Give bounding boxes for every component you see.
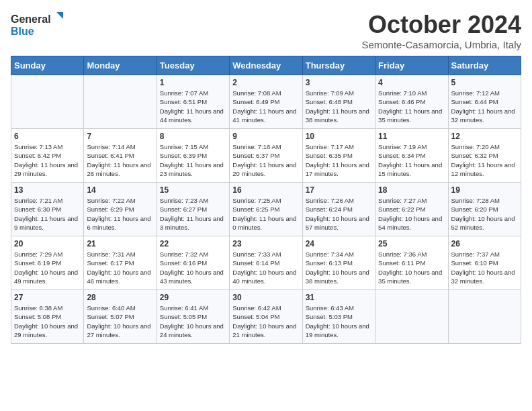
cell-sunrise: Sunrise: 7:23 AMSunset: 6:27 PMDaylight:… xyxy=(160,196,226,232)
cell-sunrise: Sunrise: 7:10 AMSunset: 6:46 PMDaylight:… xyxy=(378,89,445,124)
cell-sunrise: Sunrise: 6:42 AMSunset: 5:04 PMDaylight:… xyxy=(232,304,299,339)
day-number: 6 xyxy=(14,132,81,141)
cell-sunrise: Sunrise: 7:32 AMSunset: 6:16 PMDaylight:… xyxy=(160,250,226,285)
day-number: 16 xyxy=(232,185,299,195)
cell-sunrise: Sunrise: 7:20 AMSunset: 6:32 PMDaylight:… xyxy=(451,142,518,178)
day-number: 21 xyxy=(87,239,153,248)
calendar-cell xyxy=(375,290,448,344)
cell-sunrise: Sunrise: 7:16 AMSunset: 6:37 PMDaylight:… xyxy=(232,142,299,178)
cell-sunrise: Sunrise: 7:27 AMSunset: 6:22 PMDaylight:… xyxy=(378,196,445,232)
day-number: 13 xyxy=(14,185,81,195)
cell-sunrise: Sunrise: 6:40 AMSunset: 5:07 PMDaylight:… xyxy=(87,304,153,339)
svg-text:Blue: Blue xyxy=(11,26,34,37)
day-number: 1 xyxy=(160,78,226,87)
cell-sunrise: Sunrise: 6:43 AMSunset: 5:03 PMDaylight:… xyxy=(306,304,372,339)
svg-text:General: General xyxy=(11,13,51,25)
cell-sunrise: Sunrise: 7:19 AMSunset: 6:34 PMDaylight:… xyxy=(378,142,445,178)
day-number: 29 xyxy=(160,293,226,302)
day-number: 28 xyxy=(87,293,153,302)
day-number: 3 xyxy=(306,78,372,87)
calendar-cell: 4Sunrise: 7:10 AMSunset: 6:46 PMDaylight… xyxy=(375,75,448,129)
week-row-2: 6Sunrise: 7:13 AMSunset: 6:42 PMDaylight… xyxy=(11,129,521,183)
svg-marker-2 xyxy=(56,12,63,19)
calendar-cell xyxy=(11,75,84,129)
col-header-tuesday: Tuesday xyxy=(157,56,229,75)
day-number: 20 xyxy=(14,239,81,248)
cell-sunrise: Sunrise: 7:37 AMSunset: 6:10 PMDaylight:… xyxy=(451,250,518,285)
cell-sunrise: Sunrise: 7:25 AMSunset: 6:25 PMDaylight:… xyxy=(232,196,299,232)
week-row-5: 27Sunrise: 6:38 AMSunset: 5:08 PMDayligh… xyxy=(11,290,521,344)
week-row-3: 13Sunrise: 7:21 AMSunset: 6:30 PMDayligh… xyxy=(11,183,521,236)
calendar-cell: 25Sunrise: 7:36 AMSunset: 6:11 PMDayligh… xyxy=(375,236,448,290)
calendar-cell: 9Sunrise: 7:16 AMSunset: 6:37 PMDaylight… xyxy=(230,129,302,183)
col-header-wednesday: Wednesday xyxy=(230,56,302,75)
cell-sunrise: Sunrise: 7:12 AMSunset: 6:44 PMDaylight:… xyxy=(451,89,518,124)
week-row-4: 20Sunrise: 7:29 AMSunset: 6:19 PMDayligh… xyxy=(11,236,521,290)
day-number: 19 xyxy=(451,185,518,195)
day-number: 11 xyxy=(378,132,445,141)
day-number: 24 xyxy=(306,239,372,248)
calendar-cell: 28Sunrise: 6:40 AMSunset: 5:07 PMDayligh… xyxy=(84,290,157,344)
calendar-cell xyxy=(448,290,521,344)
col-header-saturday: Saturday xyxy=(448,56,521,75)
cell-sunrise: Sunrise: 7:28 AMSunset: 6:20 PMDaylight:… xyxy=(451,196,518,232)
calendar-cell: 20Sunrise: 7:29 AMSunset: 6:19 PMDayligh… xyxy=(11,236,84,290)
day-number: 30 xyxy=(232,293,299,302)
cell-sunrise: Sunrise: 7:09 AMSunset: 6:48 PMDaylight:… xyxy=(306,89,372,124)
day-number: 31 xyxy=(306,293,372,302)
cell-sunrise: Sunrise: 7:08 AMSunset: 6:49 PMDaylight:… xyxy=(232,89,299,124)
calendar-cell: 5Sunrise: 7:12 AMSunset: 6:44 PMDaylight… xyxy=(448,75,521,129)
calendar-cell: 30Sunrise: 6:42 AMSunset: 5:04 PMDayligh… xyxy=(230,290,302,344)
day-number: 9 xyxy=(232,132,299,141)
calendar-cell: 11Sunrise: 7:19 AMSunset: 6:34 PMDayligh… xyxy=(375,129,448,183)
title-block: October 2024 Semonte-Casamorcia, Umbria,… xyxy=(361,11,521,50)
cell-sunrise: Sunrise: 7:33 AMSunset: 6:14 PMDaylight:… xyxy=(232,250,299,285)
cell-sunrise: Sunrise: 7:26 AMSunset: 6:24 PMDaylight:… xyxy=(306,196,372,232)
calendar-cell: 16Sunrise: 7:25 AMSunset: 6:25 PMDayligh… xyxy=(230,183,302,236)
cell-sunrise: Sunrise: 7:13 AMSunset: 6:42 PMDaylight:… xyxy=(14,142,81,178)
calendar-cell xyxy=(84,75,157,129)
cell-sunrise: Sunrise: 7:15 AMSunset: 6:39 PMDaylight:… xyxy=(160,142,226,178)
day-number: 14 xyxy=(87,185,153,195)
day-number: 23 xyxy=(232,239,299,248)
day-number: 7 xyxy=(87,132,153,141)
calendar-cell: 22Sunrise: 7:32 AMSunset: 6:16 PMDayligh… xyxy=(157,236,229,290)
calendar-table: SundayMondayTuesdayWednesdayThursdayFrid… xyxy=(11,56,521,344)
calendar-cell: 26Sunrise: 7:37 AMSunset: 6:10 PMDayligh… xyxy=(448,236,521,290)
cell-sunrise: Sunrise: 7:34 AMSunset: 6:13 PMDaylight:… xyxy=(306,250,372,285)
col-header-thursday: Thursday xyxy=(302,56,375,75)
calendar-cell: 19Sunrise: 7:28 AMSunset: 6:20 PMDayligh… xyxy=(448,183,521,236)
calendar-cell: 2Sunrise: 7:08 AMSunset: 6:49 PMDaylight… xyxy=(230,75,302,129)
calendar-cell: 1Sunrise: 7:07 AMSunset: 6:51 PMDaylight… xyxy=(157,75,229,129)
day-number: 4 xyxy=(378,78,445,87)
calendar-cell: 17Sunrise: 7:26 AMSunset: 6:24 PMDayligh… xyxy=(302,183,375,236)
logo-svg: General Blue xyxy=(11,11,64,40)
day-number: 22 xyxy=(160,239,226,248)
day-number: 26 xyxy=(451,239,518,248)
cell-sunrise: Sunrise: 7:29 AMSunset: 6:19 PMDaylight:… xyxy=(14,250,81,285)
col-header-monday: Monday xyxy=(84,56,157,75)
day-number: 27 xyxy=(14,293,81,302)
calendar-cell: 27Sunrise: 6:38 AMSunset: 5:08 PMDayligh… xyxy=(11,290,84,344)
calendar-cell: 13Sunrise: 7:21 AMSunset: 6:30 PMDayligh… xyxy=(11,183,84,236)
calendar-cell: 8Sunrise: 7:15 AMSunset: 6:39 PMDaylight… xyxy=(157,129,229,183)
day-number: 18 xyxy=(378,185,445,195)
calendar-cell: 21Sunrise: 7:31 AMSunset: 6:17 PMDayligh… xyxy=(84,236,157,290)
calendar-cell: 6Sunrise: 7:13 AMSunset: 6:42 PMDaylight… xyxy=(11,129,84,183)
calendar-cell: 15Sunrise: 7:23 AMSunset: 6:27 PMDayligh… xyxy=(157,183,229,236)
calendar-cell: 3Sunrise: 7:09 AMSunset: 6:48 PMDaylight… xyxy=(302,75,375,129)
day-number: 17 xyxy=(306,185,372,195)
day-number: 15 xyxy=(160,185,226,195)
day-number: 10 xyxy=(306,132,372,141)
logo: General Blue xyxy=(11,11,64,40)
cell-sunrise: Sunrise: 7:17 AMSunset: 6:35 PMDaylight:… xyxy=(306,142,372,178)
day-number: 8 xyxy=(160,132,226,141)
cell-sunrise: Sunrise: 7:07 AMSunset: 6:51 PMDaylight:… xyxy=(160,89,226,124)
cell-sunrise: Sunrise: 6:41 AMSunset: 5:05 PMDaylight:… xyxy=(160,304,226,339)
cell-sunrise: Sunrise: 7:21 AMSunset: 6:30 PMDaylight:… xyxy=(14,196,81,232)
calendar-cell: 10Sunrise: 7:17 AMSunset: 6:35 PMDayligh… xyxy=(302,129,375,183)
day-number: 2 xyxy=(232,78,299,87)
month-title: October 2024 xyxy=(361,11,521,39)
calendar-cell: 29Sunrise: 6:41 AMSunset: 5:05 PMDayligh… xyxy=(157,290,229,344)
page-header: General Blue October 2024 Semonte-Casamo… xyxy=(11,11,521,50)
